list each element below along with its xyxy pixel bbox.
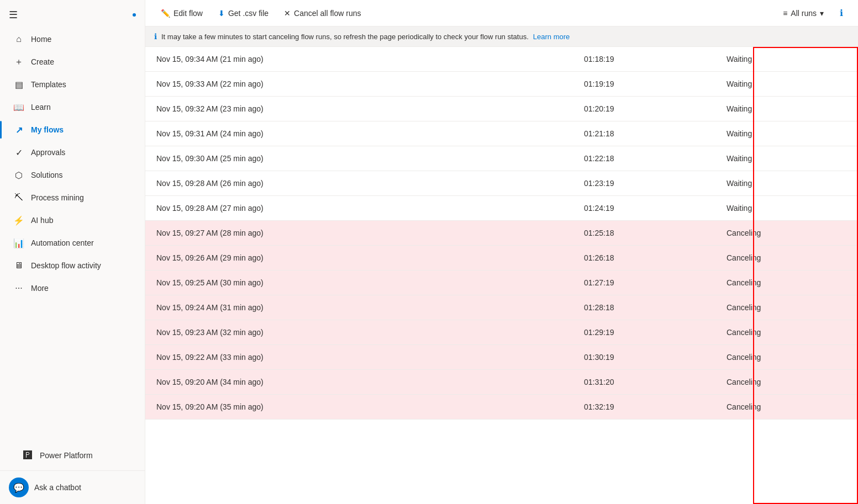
run-start-time: Nov 15, 09:32 AM (23 min ago) [145, 97, 573, 121]
run-duration: 01:23:19 [573, 171, 715, 196]
sidebar-item-label-create: Create [31, 57, 54, 66]
run-status: Canceling [715, 395, 858, 420]
run-duration: 01:27:19 [573, 270, 715, 295]
my-flows-icon: ↗ [13, 124, 24, 135]
run-start-time: Nov 15, 09:20 AM (34 min ago) [145, 370, 573, 395]
sidebar-item-solutions[interactable]: ⬡ Solutions [4, 164, 140, 186]
sidebar: ☰ ⌂ Home ＋ Create ▤ Templates 📖 Learn ↗ … [0, 0, 145, 504]
table-row[interactable]: Nov 15, 09:33 AM (22 min ago) 01:19:19 W… [145, 72, 858, 97]
cancel-all-label: Cancel all flow runs [294, 9, 361, 18]
run-start-time: Nov 15, 09:31 AM (24 min ago) [145, 121, 573, 146]
power-platform-icon: 🅿 [22, 450, 33, 461]
table-row[interactable]: Nov 15, 09:34 AM (21 min ago) 01:18:19 W… [145, 47, 858, 72]
run-duration: 01:30:19 [573, 345, 715, 370]
run-start-time: Nov 15, 09:27 AM (28 min ago) [145, 221, 573, 246]
get-csv-button[interactable]: ⬇ Get .csv file [212, 6, 275, 21]
info-icon: ℹ [840, 8, 843, 18]
filter-icon: ≡ [783, 9, 787, 18]
info-bar: ℹ It may take a few minutes to start can… [145, 26, 858, 47]
run-status: Canceling [715, 246, 858, 270]
table-row[interactable]: Nov 15, 09:23 AM (32 min ago) 01:29:19 C… [145, 320, 858, 345]
run-status: Waiting [715, 121, 858, 146]
sidebar-item-label-desktop-flow-activity: Desktop flow activity [31, 261, 101, 270]
table-row[interactable]: Nov 15, 09:32 AM (23 min ago) 01:20:19 W… [145, 97, 858, 121]
edit-flow-label: Edit flow [173, 9, 203, 18]
table-row[interactable]: Nov 15, 09:30 AM (25 min ago) 01:22:18 W… [145, 146, 858, 171]
sidebar-item-approvals[interactable]: ✓ Approvals [4, 141, 140, 163]
sidebar-item-desktop-flow-activity[interactable]: 🖥 Desktop flow activity [4, 254, 140, 277]
sidebar-item-templates[interactable]: ▤ Templates [4, 73, 140, 96]
main-content: ✏️ Edit flow ⬇ Get .csv file ✕ Cancel al… [145, 0, 858, 504]
sidebar-item-ai-hub[interactable]: ⚡ AI hub [4, 209, 140, 231]
table-row[interactable]: Nov 15, 09:28 AM (27 min ago) 01:24:19 W… [145, 196, 858, 221]
run-duration: 01:32:19 [573, 395, 715, 420]
learn-more-link[interactable]: Learn more [533, 33, 570, 41]
sidebar-item-label-approvals: Approvals [31, 148, 65, 157]
table-row[interactable]: Nov 15, 09:20 AM (35 min ago) 01:32:19 C… [145, 395, 858, 420]
templates-icon: ▤ [13, 79, 24, 90]
toolbar: ✏️ Edit flow ⬇ Get .csv file ✕ Cancel al… [145, 0, 858, 26]
table-row[interactable]: Nov 15, 09:24 AM (31 min ago) 01:28:18 C… [145, 295, 858, 320]
more-icon: ··· [13, 283, 24, 294]
table-row[interactable]: Nov 15, 09:28 AM (26 min ago) 01:23:19 W… [145, 171, 858, 196]
table-row[interactable]: Nov 15, 09:26 AM (29 min ago) 01:26:18 C… [145, 246, 858, 270]
ai-hub-icon: ⚡ [13, 215, 24, 226]
run-duration: 01:22:18 [573, 146, 715, 171]
run-duration: 01:19:19 [573, 72, 715, 97]
info-bar-message: It may take a few minutes to start cance… [161, 33, 529, 41]
sidebar-item-automation-center[interactable]: 📊 Automation center [4, 232, 140, 254]
table-row[interactable]: Nov 15, 09:31 AM (24 min ago) 01:21:18 W… [145, 121, 858, 146]
table-row[interactable]: Nov 15, 09:27 AM (28 min ago) 01:25:18 C… [145, 221, 858, 246]
run-status: Canceling [715, 221, 858, 246]
run-start-time: Nov 15, 09:34 AM (21 min ago) [145, 47, 573, 72]
info-button[interactable]: ℹ [834, 6, 849, 21]
sidebar-item-label-solutions: Solutions [31, 171, 63, 179]
hamburger-icon[interactable]: ☰ [9, 9, 18, 21]
sidebar-item-power-platform[interactable]: 🅿 Power Platform [13, 444, 131, 466]
solutions-icon: ⬡ [13, 169, 24, 181]
sidebar-item-learn[interactable]: 📖 Learn [4, 96, 140, 118]
run-status: Canceling [715, 345, 858, 370]
run-start-time: Nov 15, 09:22 AM (33 min ago) [145, 345, 573, 370]
chatbot-icon: 💬 [13, 482, 24, 493]
run-status: Waiting [715, 47, 858, 72]
run-start-time: Nov 15, 09:30 AM (25 min ago) [145, 146, 573, 171]
sidebar-header: ☰ [0, 4, 145, 25]
sidebar-item-more[interactable]: ··· More [4, 277, 140, 299]
run-duration: 01:28:18 [573, 295, 715, 320]
sidebar-item-label-learn: Learn [31, 103, 51, 112]
table-row[interactable]: Nov 15, 09:25 AM (30 min ago) 01:27:19 C… [145, 270, 858, 295]
run-status: Canceling [715, 295, 858, 320]
run-duration: 01:29:19 [573, 320, 715, 345]
run-duration: 01:24:19 [573, 196, 715, 221]
sidebar-item-label-more: More [31, 284, 49, 293]
run-start-time: Nov 15, 09:25 AM (30 min ago) [145, 270, 573, 295]
cancel-all-button[interactable]: ✕ Cancel all flow runs [277, 6, 367, 21]
chatbot-label: Ask a chatbot [34, 483, 81, 492]
sidebar-item-process-mining[interactable]: ⛏ Process mining [4, 187, 140, 209]
run-status: Canceling [715, 270, 858, 295]
table-row[interactable]: Nov 15, 09:22 AM (33 min ago) 01:30:19 C… [145, 345, 858, 370]
sidebar-nav: ⌂ Home ＋ Create ▤ Templates 📖 Learn ↗ My… [0, 28, 145, 441]
sidebar-item-create[interactable]: ＋ Create [4, 51, 140, 73]
run-duration: 01:25:18 [573, 221, 715, 246]
approvals-icon: ✓ [13, 147, 24, 158]
run-duration: 01:18:19 [573, 47, 715, 72]
chatbot-button[interactable]: 💬 [9, 478, 29, 497]
power-platform-label: Power Platform [40, 451, 93, 460]
sidebar-dot [133, 13, 136, 17]
process-mining-icon: ⛏ [13, 192, 24, 203]
sidebar-item-home[interactable]: ⌂ Home [4, 28, 140, 50]
sidebar-item-my-flows[interactable]: ↗ My flows [4, 119, 140, 141]
sidebar-item-label-automation-center: Automation center [31, 238, 94, 247]
runs-table-container: Nov 15, 09:34 AM (21 min ago) 01:18:19 W… [145, 47, 858, 504]
sidebar-item-label-process-mining: Process mining [31, 193, 84, 202]
sidebar-item-label-ai-hub: AI hub [31, 216, 53, 225]
all-runs-button[interactable]: ≡ All runs ▾ [777, 6, 829, 21]
table-row[interactable]: Nov 15, 09:20 AM (34 min ago) 01:31:20 C… [145, 370, 858, 395]
edit-flow-button[interactable]: ✏️ Edit flow [154, 6, 209, 21]
run-start-time: Nov 15, 09:20 AM (35 min ago) [145, 395, 573, 420]
desktop-flow-activity-icon: 🖥 [13, 260, 24, 271]
run-duration: 01:21:18 [573, 121, 715, 146]
run-duration: 01:20:19 [573, 97, 715, 121]
